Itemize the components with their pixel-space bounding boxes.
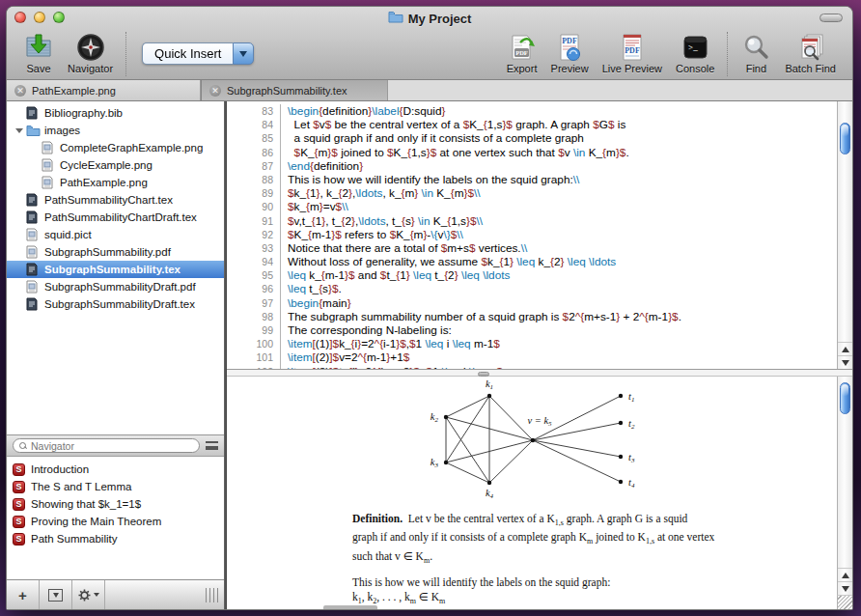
- live-preview-button[interactable]: PDF Live Preview: [596, 30, 669, 74]
- menu-icon[interactable]: [206, 441, 218, 450]
- tab-subgraphsummability[interactable]: ✕ SubgraphSummability.tex: [201, 80, 388, 100]
- file-name: SubgraphSummability.tex: [44, 264, 181, 275]
- editor-line[interactable]: 87\end{definition}: [227, 159, 837, 173]
- titlebar[interactable]: My Project: [7, 7, 852, 28]
- file-tree-item[interactable]: squid.pict: [7, 226, 224, 243]
- file-tree-item[interactable]: Bibliography.bib: [7, 104, 224, 122]
- editor-line[interactable]: 88This is how we will identify the label…: [227, 173, 837, 186]
- editor-line[interactable]: 92$K_{m-1}$ refers to $K_{m}-\{v\}$\\: [227, 228, 837, 241]
- scroll-down-arrow-icon[interactable]: [838, 355, 852, 369]
- line-number: 96: [227, 282, 281, 295]
- editor-line[interactable]: 90$k_{m}=v$\\: [227, 200, 837, 213]
- line-number: 86: [227, 146, 281, 159]
- editor-line[interactable]: 85 a squid graph if and only if it consi…: [227, 131, 837, 145]
- reveal-button[interactable]: [40, 580, 72, 609]
- batch-find-button[interactable]: Batch Find: [778, 30, 843, 74]
- code-text: \end{definition}: [281, 159, 363, 173]
- toolbar-toggle-pill[interactable]: [819, 14, 843, 22]
- scroll-thumb[interactable]: [840, 123, 850, 154]
- close-tab-icon[interactable]: ✕: [209, 85, 221, 97]
- navigator-item[interactable]: SIntroduction: [7, 461, 224, 478]
- scroll-thumb[interactable]: [840, 382, 850, 414]
- scroll-down-arrow-icon[interactable]: [838, 581, 852, 595]
- navigator-search[interactable]: [13, 438, 200, 453]
- editor-line[interactable]: 84 Let $v$ be the central vertex of a $K…: [227, 118, 837, 131]
- code-text: \leq t_{s}$.: [281, 282, 342, 295]
- code-text: Notice that there are a total of $m+s$ v…: [281, 241, 527, 255]
- resize-grip-icon[interactable]: [206, 588, 218, 602]
- code-text: The corresponding N-labeling is:: [281, 323, 452, 337]
- file-tree-item[interactable]: CompleteGraphExample.png: [7, 139, 224, 156]
- editor-line[interactable]: 98The subgraph summability number of a s…: [227, 310, 837, 323]
- navigator-item[interactable]: SProving the Main Theorem: [7, 513, 224, 530]
- graph-node: [619, 421, 623, 425]
- code-text: The subgraph summability number of a squ…: [281, 310, 681, 323]
- editor-line[interactable]: 94Without loss of generality, we assume …: [227, 255, 837, 268]
- editor-line[interactable]: 97\begin{main}: [227, 296, 837, 310]
- file-tree-item[interactable]: CycleExample.png: [7, 156, 224, 174]
- window-resize-grip-icon[interactable]: [837, 595, 852, 609]
- labeling-line: km = v: [352, 608, 840, 609]
- splitter-dimple[interactable]: [478, 372, 489, 377]
- navigator-item-label: Path Summability: [31, 533, 117, 545]
- graph-node: [444, 415, 448, 419]
- console-button[interactable]: >_ Console: [669, 30, 721, 74]
- code-text: This is how we will identify the labels …: [281, 173, 579, 186]
- scroll-up-arrow-icon[interactable]: [838, 342, 852, 355]
- file-tree-item[interactable]: PathSummabilityChartDraft.tex: [7, 209, 224, 226]
- quick-insert-dropdown[interactable]: Quick Insert: [142, 42, 254, 65]
- scroll-up-arrow-icon[interactable]: [838, 568, 852, 581]
- graph-node-label: t4: [628, 477, 635, 490]
- graph-node: [531, 438, 535, 442]
- close-tab-icon[interactable]: ✕: [14, 85, 26, 97]
- file-tree-item[interactable]: images: [7, 122, 224, 139]
- actions-gear-button[interactable]: [72, 580, 105, 609]
- export-pdf-icon: PDF: [507, 32, 538, 62]
- add-file-button[interactable]: +: [7, 580, 40, 609]
- editor-line[interactable]: 95\leq k_{m-1}$ and $t_{1} \leq t_{2} \l…: [227, 268, 837, 282]
- editor-line[interactable]: 99The corresponding N-labeling is:: [227, 323, 837, 337]
- navigator-list: SIntroductionSThe S and T LemmaSShowing …: [7, 457, 224, 579]
- live-preview-icon: PDF: [617, 32, 648, 62]
- code-editor[interactable]: 83\begin{definition}\label{D:squid}84 Le…: [227, 101, 852, 369]
- preview-scrollbar[interactable]: [837, 377, 852, 595]
- editor-line[interactable]: 100\item[(1)]$k_{i}=2^{i-1}$,$1 \leq i \…: [227, 337, 837, 350]
- navigator-button[interactable]: Navigator: [61, 30, 120, 74]
- tab-pathexample[interactable]: ✕ PathExample.png: [7, 80, 201, 100]
- navigator-item[interactable]: SThe S and T Lemma: [7, 478, 224, 495]
- line-number: 100: [227, 337, 281, 350]
- sidebar: Bibliography.bibimagesCompleteGraphExamp…: [7, 101, 224, 609]
- disclosure-triangle-icon[interactable]: [15, 128, 23, 133]
- find-button[interactable]: Find: [734, 30, 778, 74]
- editor-line[interactable]: 93Notice that there are a total of $m+s$…: [227, 241, 837, 255]
- editor-preview-splitter[interactable]: [227, 369, 852, 377]
- navigator-item-label: Proving the Main Theorem: [31, 516, 161, 527]
- navigator-item[interactable]: SPath Summability: [7, 530, 224, 547]
- file-tree-item[interactable]: SubgraphSummability.pdf: [7, 243, 224, 261]
- editor-line[interactable]: 101\item[(2)]$v=2^{m-1}+1$: [227, 350, 837, 364]
- navigator-item-label: Introduction: [31, 463, 89, 475]
- editor-line[interactable]: 89$k_{1}, k_{2},\ldots, k_{m} \in K_{m}$…: [227, 186, 837, 200]
- editor-line[interactable]: 91$v,t_{1}, t_{2},\ldots, t_{s} \in K_{1…: [227, 214, 837, 228]
- editor-line[interactable]: 83\begin{definition}\label{D:squid}: [227, 104, 837, 118]
- editor-line[interactable]: 86 $K_{m}$ joined to $K_{1,s}$ at one ve…: [227, 146, 837, 159]
- live-preview-pane[interactable]: k1k2k3k4v = k5t1t2t3t4 Definition. Let v…: [227, 377, 852, 609]
- export-button[interactable]: PDF Export: [500, 30, 544, 74]
- file-tree-item[interactable]: SubgraphSummabilityDraft.pdf: [7, 278, 224, 295]
- horizontal-scroll-thumb[interactable]: [323, 605, 377, 609]
- navigator-search-input[interactable]: [31, 440, 193, 452]
- navigator-item[interactable]: SShowing that $k_1=1$: [7, 495, 224, 513]
- line-number: 90: [227, 200, 281, 213]
- preview-button[interactable]: PDF Preview: [544, 30, 596, 74]
- save-button[interactable]: Save: [16, 30, 61, 74]
- tab-label: SubgraphSummability.tex: [227, 85, 347, 97]
- file-tree-item[interactable]: SubgraphSummabilityDraft.tex: [7, 295, 224, 313]
- file-tree-item[interactable]: SubgraphSummability.tex: [7, 261, 224, 278]
- editor-scrollbar[interactable]: [837, 101, 852, 369]
- document-icon: [26, 245, 41, 259]
- squid-graph-figure: k1k2k3k4v = k5t1t2t3t4: [227, 378, 825, 512]
- editor-line[interactable]: 96\leq t_{s}$.: [227, 282, 837, 295]
- chevron-down-icon[interactable]: [233, 42, 254, 65]
- file-tree-item[interactable]: PathExample.png: [7, 174, 224, 191]
- file-tree-item[interactable]: PathSummabilityChart.tex: [7, 191, 224, 209]
